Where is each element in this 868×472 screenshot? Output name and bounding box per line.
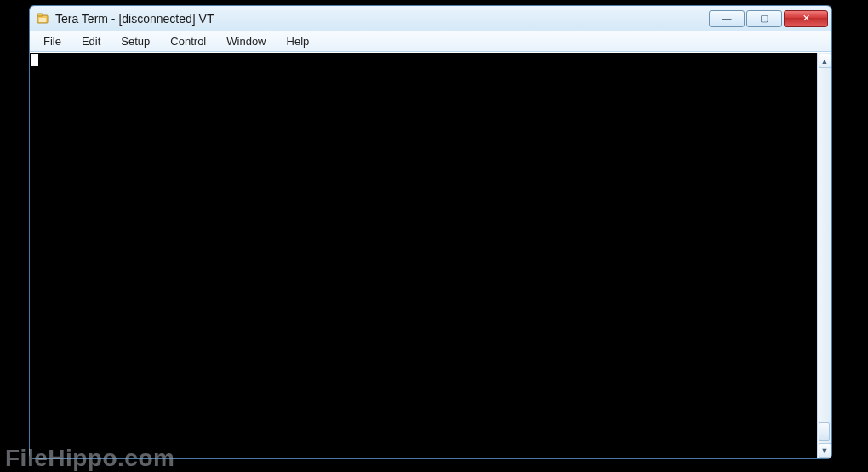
menu-setup[interactable]: Setup: [111, 33, 160, 49]
svg-rect-2: [39, 18, 46, 22]
maximize-icon: ▢: [760, 14, 768, 23]
close-icon: ✕: [802, 14, 810, 23]
client-area: ▲ ▼: [30, 52, 831, 458]
minimize-icon: —: [722, 14, 732, 23]
menu-edit[interactable]: Edit: [71, 33, 111, 49]
window-controls: — ▢ ✕: [709, 6, 828, 31]
window-title: Tera Term - [disconnected] VT: [55, 12, 214, 26]
menubar: File Edit Setup Control Window Help: [30, 31, 831, 52]
menu-control[interactable]: Control: [160, 33, 216, 49]
scroll-up-button[interactable]: ▲: [819, 54, 831, 68]
terminal-view[interactable]: [30, 53, 817, 458]
menu-file[interactable]: File: [33, 33, 71, 49]
close-button[interactable]: ✕: [784, 10, 828, 27]
text-cursor: [31, 54, 38, 66]
minimize-button[interactable]: —: [709, 10, 745, 27]
titlebar[interactable]: Tera Term - [disconnected] VT — ▢ ✕: [30, 6, 831, 31]
vertical-scrollbar[interactable]: ▲ ▼: [817, 53, 831, 458]
maximize-button[interactable]: ▢: [746, 10, 782, 27]
scroll-track[interactable]: [819, 69, 831, 442]
app-window: Tera Term - [disconnected] VT — ▢ ✕ File…: [29, 5, 832, 459]
scroll-thumb[interactable]: [819, 422, 830, 441]
chevron-up-icon: ▲: [821, 57, 829, 65]
chevron-down-icon: ▼: [821, 446, 829, 455]
menu-help[interactable]: Help: [277, 33, 320, 49]
app-icon: [37, 12, 50, 26]
menu-window[interactable]: Window: [216, 33, 276, 49]
scroll-down-button[interactable]: ▼: [819, 443, 831, 458]
svg-rect-1: [37, 14, 43, 16]
